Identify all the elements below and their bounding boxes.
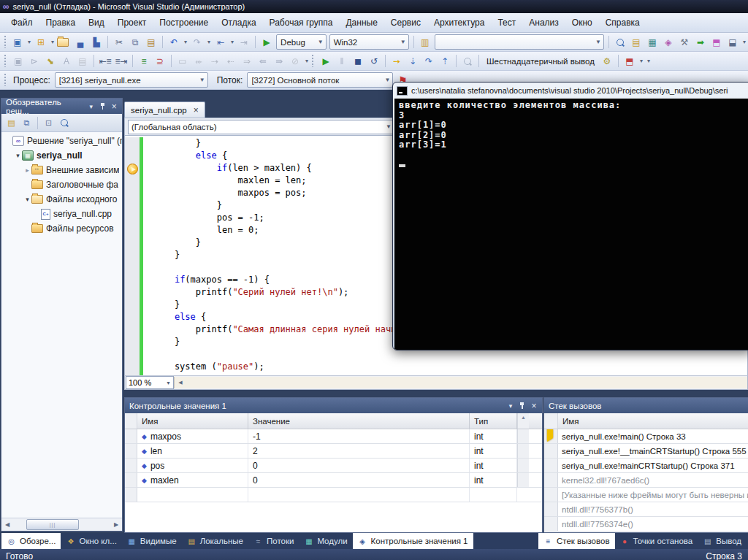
find-in-files-icon[interactable]: ▥ bbox=[418, 35, 432, 50]
watch-row[interactable]: ◆maxpos-1int bbox=[125, 429, 542, 444]
surround-icon[interactable]: ▤ bbox=[75, 54, 90, 69]
column-header-name[interactable]: Имя bbox=[137, 413, 248, 429]
toolbar-grip[interactable] bbox=[4, 36, 7, 48]
view-class-diagram-icon[interactable] bbox=[57, 116, 71, 130]
increase-indent-icon[interactable]: ≡⇥ bbox=[114, 54, 129, 69]
menu-item[interactable]: Построение bbox=[153, 15, 215, 31]
zoom-level-combo[interactable]: 100 % ▼ bbox=[126, 376, 174, 389]
watch-name-cell[interactable]: ◆maxpos bbox=[137, 429, 248, 443]
next-bookmark-folder-icon[interactable]: ⇒ bbox=[240, 54, 254, 69]
quick-info-icon[interactable]: ⬊ bbox=[43, 54, 58, 69]
save-all-icon[interactable]: ▙ bbox=[89, 35, 104, 50]
thread-combo[interactable]: [3272] Основной поток▼ bbox=[247, 72, 393, 88]
parameter-info-icon[interactable]: ⊳ bbox=[27, 54, 42, 69]
member-list-icon[interactable]: ▣ bbox=[11, 54, 26, 69]
document-tab[interactable]: seriya_null.cpp bbox=[124, 101, 205, 118]
menu-item[interactable]: Файл bbox=[4, 15, 39, 31]
tool-tab-autos[interactable]: ▦Видимые bbox=[122, 533, 182, 549]
step-over-icon[interactable]: ↷ bbox=[421, 54, 436, 69]
watch-name-cell[interactable]: ◆maxlen bbox=[137, 473, 248, 487]
step-out-icon[interactable]: ⇡ bbox=[438, 54, 452, 69]
watch-vscrollbar[interactable] bbox=[517, 459, 529, 472]
watch-value-cell[interactable]: 0 bbox=[248, 459, 470, 472]
view-code-icon[interactable]: ⊡ bbox=[42, 116, 56, 130]
window-position-icon[interactable] bbox=[86, 101, 96, 112]
breakpoint-margin[interactable] bbox=[125, 286, 140, 299]
undo-dropdown-icon[interactable]: ▾ bbox=[184, 39, 187, 45]
extension-manager-icon[interactable]: ➡ bbox=[693, 35, 708, 50]
breakpoint-margin[interactable] bbox=[125, 311, 140, 323]
menu-item[interactable]: Окно bbox=[565, 15, 599, 31]
new-project-icon[interactable]: ▣ bbox=[10, 35, 25, 50]
toolbar-grip[interactable] bbox=[312, 55, 315, 67]
tree-item[interactable]: ▾Файлы исходного bbox=[1, 192, 122, 207]
watch-name-cell[interactable]: ◆len bbox=[137, 444, 248, 458]
bookmark-icon[interactable]: ▭ bbox=[175, 54, 190, 69]
open-file-icon[interactable] bbox=[57, 35, 72, 50]
tool-tab-locals[interactable]: ▤Локальные bbox=[182, 533, 248, 549]
breakpoints-window-icon[interactable] bbox=[460, 54, 475, 69]
solution-platforms-combo[interactable]: Win32▼ bbox=[329, 34, 409, 50]
watch-row[interactable]: ◆maxlen0int bbox=[125, 473, 542, 488]
breakpoint-margin[interactable] bbox=[125, 261, 140, 274]
callstack-row[interactable]: [Указанные ниже фреймы могут быть неверн… bbox=[544, 488, 748, 502]
callstack-row[interactable]: seriya_null.exe!main() Строка 33 bbox=[544, 429, 748, 444]
scroll-left-icon[interactable]: ◀ bbox=[1, 519, 13, 530]
step-into-icon[interactable]: ⇣ bbox=[405, 54, 420, 69]
word-completion-icon[interactable]: A bbox=[59, 54, 74, 69]
tree-expander-icon[interactable]: ▸ bbox=[23, 166, 31, 174]
breakpoint-margin[interactable] bbox=[125, 212, 140, 224]
breakpoint-margin[interactable] bbox=[125, 150, 140, 162]
callstack-row[interactable]: ntdll.dll!7756377b() bbox=[544, 502, 748, 517]
breakpoint-margin[interactable] bbox=[125, 373, 140, 375]
menu-item[interactable]: Проект bbox=[111, 15, 153, 31]
stop-debugging-icon[interactable]: ◼ bbox=[351, 54, 365, 69]
tree-item[interactable]: ▾▦seriya_null bbox=[1, 148, 122, 163]
undo-icon[interactable]: ↶ bbox=[167, 35, 181, 50]
menu-item[interactable]: Вид bbox=[82, 15, 111, 31]
close-icon[interactable] bbox=[529, 401, 539, 411]
pin-icon[interactable] bbox=[517, 401, 527, 411]
tree-expander-icon[interactable]: ▾ bbox=[23, 196, 31, 203]
editor-hscrollbar[interactable]: ◀ bbox=[174, 377, 747, 388]
watch-row[interactable]: ◆len2int bbox=[125, 444, 542, 459]
tree-item[interactable]: ▸Внешние зависим bbox=[1, 163, 122, 177]
scrollbar-thumb[interactable]: ||| bbox=[26, 519, 79, 530]
watch-value-cell[interactable]: 2 bbox=[248, 444, 470, 458]
toolbar-grip[interactable] bbox=[4, 55, 7, 67]
tree-item[interactable]: Файлы ресурсов bbox=[1, 221, 122, 236]
tool-tab-class-view[interactable]: ❖Окно кл... bbox=[61, 533, 121, 549]
navigate-dropdown-icon[interactable]: ▾ bbox=[231, 39, 234, 45]
toolbar-options-icon[interactable]: ▾ bbox=[305, 58, 308, 64]
add-new-item-icon[interactable]: ⊞ bbox=[34, 35, 48, 50]
find-symbol-icon[interactable] bbox=[613, 35, 627, 50]
redo-icon[interactable]: ↷ bbox=[190, 35, 205, 50]
breakpoint-margin[interactable] bbox=[125, 274, 140, 286]
tool-tab-output[interactable]: ▤Вывод bbox=[698, 533, 747, 549]
tool-tab-threads[interactable]: ≈Потоки bbox=[248, 533, 299, 549]
solution-explorer-toolbar-icon[interactable]: ▤ bbox=[629, 35, 644, 50]
breakpoint-margin[interactable] bbox=[125, 323, 140, 336]
cut-icon[interactable]: ✂ bbox=[112, 35, 126, 50]
breakpoint-margin[interactable] bbox=[125, 348, 140, 361]
pause-icon[interactable]: ‖ bbox=[335, 54, 349, 69]
add-item-dropdown-icon[interactable]: ▾ bbox=[51, 39, 54, 45]
tree-item[interactable]: C+seriya_null.cpp bbox=[1, 207, 122, 221]
breakpoint-margin[interactable] bbox=[125, 237, 140, 249]
callstack-row[interactable]: ntdll.dll!7756374e() bbox=[544, 517, 748, 532]
watch-vscrollbar[interactable] bbox=[517, 429, 529, 443]
navigate-backward-icon[interactable]: ⇤ bbox=[213, 35, 228, 50]
new-project-dropdown-icon[interactable]: ▾ bbox=[28, 39, 31, 45]
console-output[interactable]: введите количество элементов массива:3ar… bbox=[394, 99, 748, 350]
command-window-icon[interactable]: ⬓ bbox=[725, 35, 740, 50]
next-bookmark-icon[interactable]: ⇢ bbox=[207, 54, 222, 69]
prev-bookmark-icon[interactable]: ⬰ bbox=[191, 54, 206, 69]
solution-explorer-header[interactable]: Обозреватель реш... bbox=[1, 99, 122, 114]
tool-tab-callstack[interactable]: ≡Стек вызовов bbox=[538, 533, 614, 549]
watch-row[interactable]: ◆pos0int bbox=[125, 459, 542, 473]
watch-name-cell[interactable]: ◆pos bbox=[137, 459, 248, 472]
toolbar-options-icon[interactable]: ▾ bbox=[647, 58, 650, 64]
watch-value-cell[interactable]: -1 bbox=[248, 429, 470, 443]
comment-icon[interactable]: ≡ bbox=[137, 54, 151, 69]
menu-item[interactable]: Справка bbox=[599, 15, 646, 31]
